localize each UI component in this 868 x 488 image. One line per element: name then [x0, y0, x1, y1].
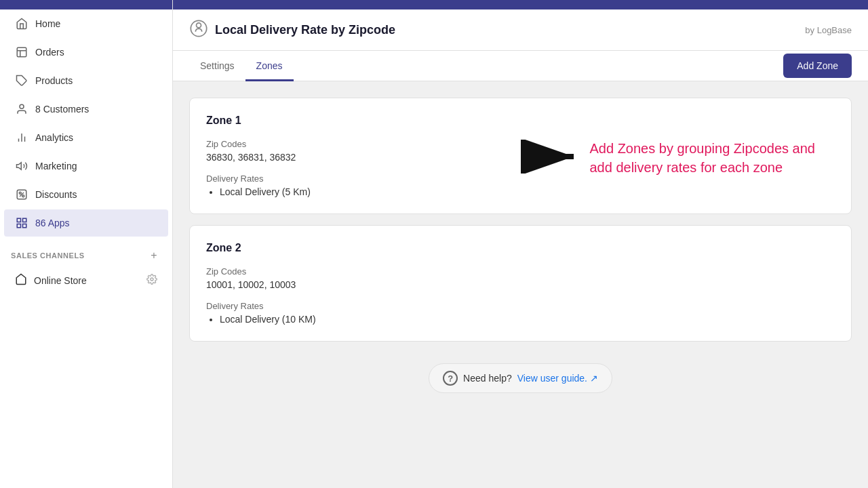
discounts-icon	[15, 188, 28, 201]
zone-2-zip-label: Zip Codes	[206, 266, 835, 277]
help-icon: ?	[443, 371, 458, 386]
tab-zones[interactable]: Zones	[245, 51, 294, 81]
zone-2-rates-label: Delivery Rates	[206, 301, 835, 311]
zone-1-rates-list: Local Delivery (5 Km)	[206, 186, 521, 197]
hint-arrow-icon	[521, 140, 582, 176]
tab-settings[interactable]: Settings	[189, 51, 245, 81]
svg-line-11	[20, 192, 24, 197]
zone-1-inner: Zip Codes 36830, 36831, 36832 Delivery R…	[206, 139, 835, 197]
external-link-icon: ↗	[590, 373, 598, 384]
zone-1-rate-item: Local Delivery (5 Km)	[220, 186, 521, 197]
svg-point-17	[151, 278, 153, 281]
add-zone-button[interactable]: Add Zone	[783, 54, 852, 78]
tabs-left: Settings Zones	[189, 51, 294, 81]
sidebar-item-apps[interactable]: 86 Apps	[4, 209, 168, 237]
top-bar	[173, 0, 868, 9]
zone-2-data: Zip Codes 10001, 10002, 10003 Delivery R…	[206, 266, 835, 325]
zone-1-zip-value: 36830, 36831, 36832	[206, 152, 521, 163]
sidebar-item-label: 86 Apps	[35, 218, 70, 228]
svg-rect-16	[17, 224, 20, 228]
svg-rect-14	[23, 218, 26, 222]
apps-icon	[15, 216, 28, 230]
zone-1-data: Zip Codes 36830, 36831, 36832 Delivery R…	[206, 139, 521, 197]
zone-1-hint-text: Add Zones by grouping Zipcodes and add d…	[590, 139, 835, 177]
zone-2-title: Zone 2	[206, 242, 835, 254]
help-bar: ? Need help? View user guide. ↗	[189, 352, 852, 404]
page-title: Local Delivery Rate by Zipcode	[215, 23, 395, 37]
zone-1-hint: Add Zones by grouping Zipcodes and add d…	[521, 139, 835, 177]
sidebar-item-label: Products	[35, 75, 73, 86]
page-header: Local Delivery Rate by Zipcode by LogBas…	[173, 9, 868, 51]
zone-1-card: Zone 1 Zip Codes 36830, 36831, 36832 Del…	[189, 98, 852, 214]
orders-icon	[15, 45, 28, 59]
svg-point-9	[19, 192, 21, 194]
zone-1-rates-label: Delivery Rates	[206, 174, 521, 184]
zone-1-zip-label: Zip Codes	[206, 139, 521, 149]
add-sales-channel-button[interactable]: +	[146, 248, 161, 263]
svg-point-18	[197, 23, 201, 28]
svg-rect-15	[23, 224, 26, 228]
zone-2-zip-value: 10001, 10002, 10003	[206, 279, 835, 290]
zone-2-rates-list: Local Delivery (10 KM)	[206, 314, 835, 325]
sales-channels-label: SALES CHANNELS	[11, 251, 85, 260]
sidebar-item-marketing[interactable]: Marketing	[4, 152, 168, 180]
help-text: Need help?	[463, 373, 512, 384]
online-store-settings-icon[interactable]	[146, 274, 157, 287]
sidebar-item-label: 8 Customers	[35, 104, 89, 115]
online-store-label: Online Store	[34, 275, 87, 286]
app-icon	[189, 19, 208, 41]
view-user-guide-link[interactable]: View user guide. ↗	[517, 373, 598, 384]
online-store-icon	[15, 273, 27, 287]
svg-marker-8	[17, 163, 22, 170]
marketing-icon	[15, 159, 28, 173]
svg-rect-0	[17, 47, 26, 57]
customers-icon	[15, 102, 28, 116]
content-area: Zone 1 Zip Codes 36830, 36831, 36832 Del…	[173, 81, 868, 488]
zone-2-rate-item: Local Delivery (10 KM)	[220, 314, 835, 325]
sidebar-item-customers[interactable]: 8 Customers	[4, 96, 168, 123]
page-author: by LogBase	[805, 25, 852, 35]
sidebar-item-analytics[interactable]: Analytics	[4, 124, 168, 151]
tabs-bar: Settings Zones Add Zone	[173, 51, 868, 81]
svg-point-4	[20, 104, 24, 108]
analytics-icon	[15, 131, 28, 144]
sidebar-item-home[interactable]: Home	[4, 10, 168, 37]
sidebar: Home Orders Products 8 Customers Analyti…	[0, 0, 173, 488]
sidebar-topbar	[0, 0, 172, 9]
zone-2-card: Zone 2 Zip Codes 10001, 10002, 10003 Del…	[189, 225, 852, 342]
sidebar-item-label: Analytics	[35, 132, 73, 143]
main-content: Local Delivery Rate by Zipcode by LogBas…	[173, 0, 868, 488]
sidebar-item-online-store[interactable]: Online Store	[4, 266, 168, 294]
products-icon	[15, 74, 28, 87]
sidebar-item-label: Orders	[35, 47, 64, 58]
sidebar-item-label: Marketing	[35, 161, 77, 171]
sidebar-item-label: Discounts	[35, 189, 77, 200]
page-header-left: Local Delivery Rate by Zipcode	[189, 19, 395, 41]
svg-point-10	[22, 195, 24, 197]
sales-channels-section: SALES CHANNELS +	[0, 240, 172, 266]
help-pill: ? Need help? View user guide. ↗	[429, 363, 612, 393]
sidebar-item-label: Home	[35, 18, 60, 29]
home-icon	[15, 17, 28, 30]
sidebar-item-products[interactable]: Products	[4, 67, 168, 94]
svg-rect-13	[17, 218, 20, 222]
sidebar-item-discounts[interactable]: Discounts	[4, 181, 168, 208]
sidebar-item-orders[interactable]: Orders	[4, 39, 168, 66]
zone-1-title: Zone 1	[206, 115, 835, 127]
online-store-left: Online Store	[15, 273, 87, 287]
